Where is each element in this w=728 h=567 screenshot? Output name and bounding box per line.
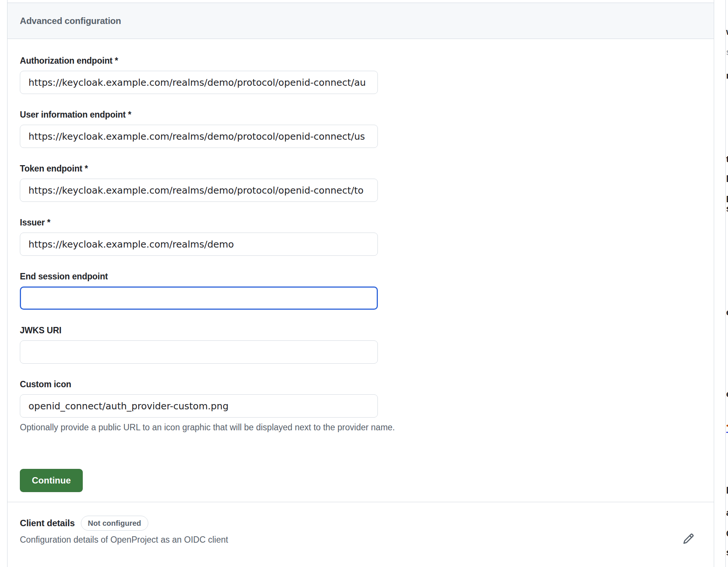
clipped-text-fragment: r — [726, 71, 728, 80]
jwks-uri-field: JWKS URI — [20, 325, 714, 364]
client-details-description: Configuration details of OpenProject as … — [20, 534, 228, 545]
authorization-endpoint-label: Authorization endpoint * — [20, 55, 714, 66]
status-badge: Not configured — [81, 516, 148, 531]
edit-client-details-button[interactable] — [680, 531, 697, 547]
authorization-endpoint-input[interactable] — [20, 71, 378, 94]
clipped-text-fragment: s — [726, 204, 728, 213]
clipped-text-fragment: a — [726, 508, 728, 517]
user-information-endpoint-label: User information endpoint * — [20, 109, 714, 120]
advanced-configuration-header: Advanced configuration — [7, 3, 714, 39]
clipped-text-fragment: C — [726, 529, 728, 538]
token-endpoint-input[interactable] — [20, 179, 378, 202]
custom-icon-label: Custom icon — [20, 379, 714, 389]
authorization-endpoint-field: Authorization endpoint * — [20, 55, 714, 94]
custom-icon-field: Custom icon Optionally provide a public … — [20, 379, 714, 433]
client-details-text: Client details Not configured Configurat… — [20, 516, 228, 545]
custom-icon-input[interactable] — [20, 394, 378, 418]
custom-icon-caption: Optionally provide a public URL to an ic… — [20, 422, 714, 433]
token-endpoint-field: Token endpoint * — [20, 163, 714, 202]
clipped-text-fragment: E — [726, 195, 728, 204]
card-top-gap — [7, 0, 714, 3]
clipped-text-fragment: e — [726, 389, 728, 398]
issuer-label: Issuer * — [20, 217, 714, 228]
continue-button[interactable]: Continue — [20, 469, 83, 492]
client-details-heading-line: Client details Not configured — [20, 516, 228, 531]
clipped-text-fragment: t — [726, 155, 728, 164]
clipped-text-fragment: l — [726, 486, 728, 495]
authentication-settings-card: Advanced configuration Authorization end… — [7, 0, 714, 567]
end-session-endpoint-field: End session endpoint — [20, 271, 714, 310]
issuer-input[interactable] — [20, 233, 378, 256]
clipped-text-fragment: ● — [726, 421, 728, 430]
clipped-text-fragment: w — [726, 27, 728, 36]
jwks-uri-label: JWKS URI — [20, 325, 714, 336]
jwks-uri-input[interactable] — [20, 340, 378, 364]
clipped-text-fragment: T — [726, 431, 728, 440]
settings-page: Advanced configuration Authorization end… — [0, 0, 728, 567]
token-endpoint-label: Token endpoint * — [20, 163, 714, 174]
client-details-section: Client details Not configured Configurat… — [7, 502, 714, 567]
end-session-endpoint-input[interactable] — [20, 286, 378, 310]
clipped-text-fragment: s — [726, 48, 728, 57]
issuer-field: Issuer * — [20, 217, 714, 256]
end-session-endpoint-label: End session endpoint — [20, 271, 714, 282]
pencil-icon — [683, 533, 694, 545]
advanced-configuration-title: Advanced configuration — [20, 16, 121, 26]
clipped-text-fragment: l — [726, 175, 728, 184]
clipped-text-fragment: e — [726, 308, 728, 317]
clipped-text-fragment: s — [726, 548, 728, 557]
right-edge-clipped-panel: wsrtlEsee●TlaCs — [725, 0, 728, 567]
user-information-endpoint-field: User information endpoint * — [20, 109, 714, 148]
user-information-endpoint-input[interactable] — [20, 125, 378, 148]
advanced-configuration-form: Authorization endpoint * User informatio… — [7, 39, 714, 502]
client-details-title: Client details — [20, 518, 75, 529]
